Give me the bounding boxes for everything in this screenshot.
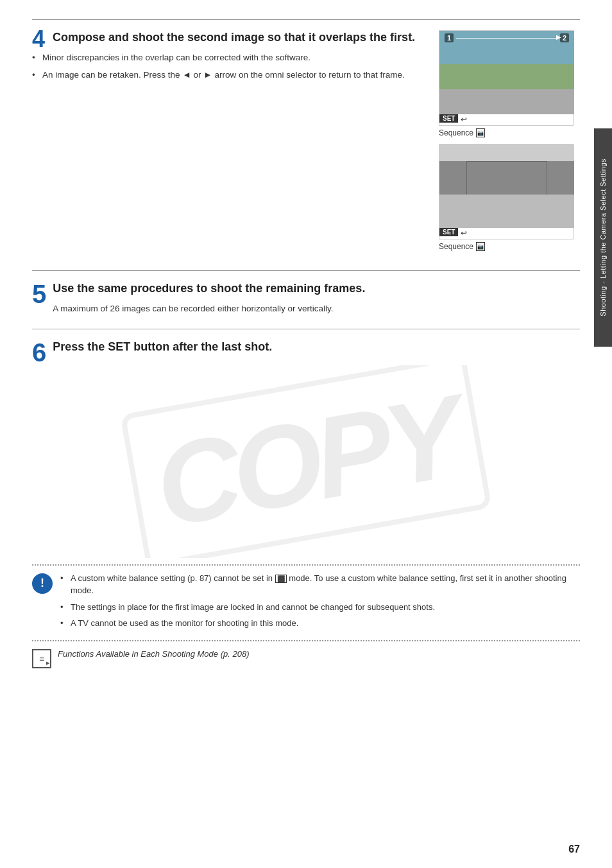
step6-number: 6 [32, 340, 46, 365]
step4-title: Compose and shoot the second image so th… [53, 30, 426, 45]
step5-section: 5 Use the same procedures to shoot the r… [32, 270, 580, 316]
step6-section: 6 Press the SET button after the last sh… [32, 329, 580, 558]
step4-bullets: Minor discrepancies in the overlap can b… [32, 51, 426, 82]
note-bullet2: The settings in place for the first imag… [60, 601, 580, 614]
sidebar-tab-text: Shooting - Letting the Camera Select Set… [599, 159, 607, 317]
ref-text: Functions Available in Each Shooting Mod… [58, 649, 249, 659]
step6-title: Press the SET button after the last shot… [53, 340, 272, 354]
note-bullet1: A custom white balance setting (p. 87) c… [60, 572, 580, 597]
step5-subtitle: A maximum of 26 images can be recorded e… [53, 302, 580, 315]
step5-content: Use the same procedures to shoot the rem… [53, 281, 580, 316]
set-row-1: SET ↩ [439, 114, 573, 124]
return-icon-1: ↩ [461, 115, 467, 124]
step4-right: 1 2 SET ↩ Sequence 📷 [439, 30, 580, 257]
sequence-image-2: SET ↩ [439, 144, 574, 239]
step4-bullet1: Minor discrepancies in the overlap can b… [32, 51, 426, 64]
step4-number: 4 [32, 28, 45, 51]
sequence-icon-2: 📷 [476, 242, 485, 251]
right-arrow-symbol: ► [203, 70, 212, 80]
seq-arrow [456, 38, 557, 39]
note-bullets: A custom white balance setting (p. 87) c… [60, 572, 580, 630]
return-icon-2: ↩ [461, 229, 467, 238]
sequence-label-1: Sequence 📷 [439, 128, 580, 137]
sequence-image-1: 1 2 SET ↩ [439, 30, 574, 126]
set-badge-1: SET [439, 114, 458, 123]
set-badge-2: SET [439, 228, 458, 236]
scene2 [439, 144, 574, 228]
corridor-lines [466, 161, 547, 195]
sequence-icon-1: 📷 [476, 128, 485, 137]
step5-number: 5 [32, 281, 46, 307]
copy-text: COPY [120, 365, 492, 558]
left-arrow-symbol: ◄ [182, 70, 191, 80]
step5-title: Use the same procedures to shoot the rem… [53, 281, 580, 296]
warning-icon: ! [32, 573, 53, 594]
ref-icon [32, 649, 51, 668]
note-content: A custom white balance setting (p. 87) c… [60, 572, 580, 634]
page-container: Shooting - Letting the Camera Select Set… [0, 0, 612, 868]
ref-section: Functions Available in Each Shooting Mod… [32, 649, 580, 668]
sidebar-tab: Shooting - Letting the Camera Select Set… [594, 128, 612, 347]
seq-num-1: 1 [445, 33, 454, 42]
step4-bullet2: An image can be retaken. Press the ◄ or … [32, 69, 426, 82]
main-content: 4 Compose and shoot the second image so … [32, 19, 586, 668]
step4-left: 4 Compose and shoot the second image so … [32, 30, 426, 257]
set-row-2: SET ↩ [439, 228, 573, 238]
dotted-divider-bottom [32, 640, 580, 641]
set-bold: SET [108, 340, 130, 353]
sequence-label-2: Sequence 📷 [439, 242, 580, 251]
note-section: ! A custom white balance setting (p. 87)… [32, 572, 580, 634]
camera-mode-icon: ⬛ [275, 575, 287, 583]
note-bullet3: A TV cannot be used as the monitor for s… [60, 617, 580, 630]
arrow-text: arrow [214, 70, 236, 80]
step4-body: Minor discrepancies in the overlap can b… [32, 51, 426, 82]
scene2-box [439, 144, 574, 228]
dotted-divider-top [32, 564, 580, 566]
copy-watermark: COPY [32, 365, 580, 558]
seq-num-2: 2 [560, 33, 569, 42]
page-number: 67 [568, 844, 580, 855]
seq-numbers-overlay: 1 2 [439, 33, 574, 42]
step4-section: 4 Compose and shoot the second image so … [32, 19, 580, 257]
scene1: 1 2 [439, 31, 574, 114]
scene1-box: 1 2 [439, 31, 574, 114]
or-text: or [194, 70, 201, 80]
step6-header: 6 Press the SET button after the last sh… [32, 340, 580, 365]
